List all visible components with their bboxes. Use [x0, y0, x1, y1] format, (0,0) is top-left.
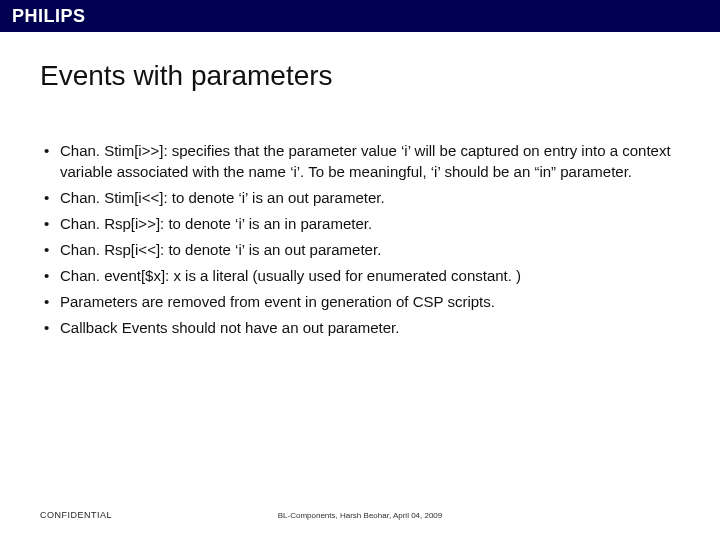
list-item: Chan. Stim[i>>]: specifies that the para… — [40, 140, 680, 182]
list-item: Callback Events should not have an out p… — [40, 317, 680, 338]
list-item: Parameters are removed from event in gen… — [40, 291, 680, 312]
page-title: Events with parameters — [40, 60, 680, 92]
list-item: Chan. Rsp[i>>]: to denote ‘i’ is an in p… — [40, 213, 680, 234]
footer: CONFIDENTIAL BL-Components, Harsh Beohar… — [0, 510, 720, 520]
list-item: Chan. Stim[i<<]: to denote ‘i’ is an out… — [40, 187, 680, 208]
bullet-list: Chan. Stim[i>>]: specifies that the para… — [40, 140, 680, 338]
header-bar: PHILIPS — [0, 0, 720, 32]
list-item: Chan. Rsp[i<<]: to denote ‘i’ is an out … — [40, 239, 680, 260]
confidential-label: CONFIDENTIAL — [40, 510, 112, 520]
footer-meta: BL-Components, Harsh Beohar, April 04, 2… — [278, 511, 443, 520]
slide-body: Events with parameters Chan. Stim[i>>]: … — [0, 32, 720, 338]
list-item: Chan. event[$x]: x is a literal (usually… — [40, 265, 680, 286]
brand-logo: PHILIPS — [12, 6, 86, 27]
